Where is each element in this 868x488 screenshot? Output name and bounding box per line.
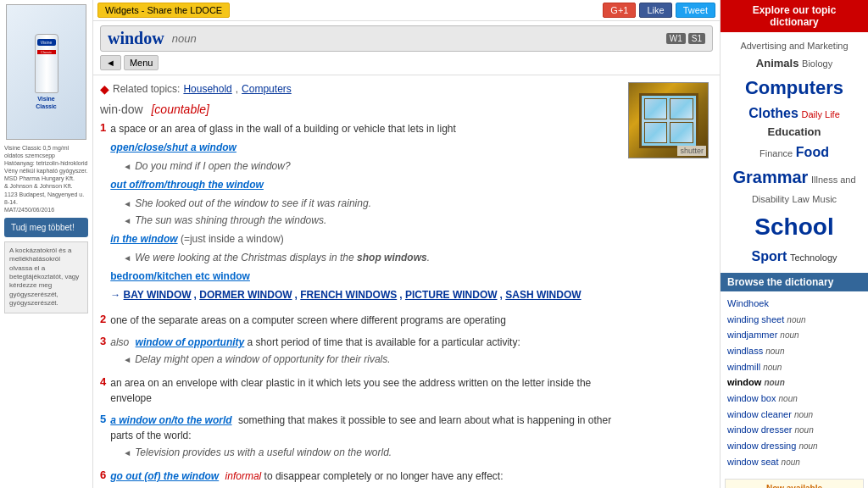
tweet-button[interactable]: Tweet [676,3,715,18]
tudj-meg-button[interactable]: Tudj meg többet! [4,218,88,237]
topic-clothes[interactable]: Clothes [748,106,798,120]
nav-buttons: ◄ Menu [100,55,713,70]
phrase-window-of-opportunity[interactable]: window of opportunity [136,336,245,348]
audio-icon-5[interactable]: ◄ [123,448,131,458]
comma: , [236,83,238,95]
link-sash-window[interactable]: SASH WINDOW [505,289,581,301]
menu-button[interactable]: Menu [124,55,159,70]
entry-image: shutter [628,82,713,488]
pos-badges: W1 S1 [666,33,705,44]
window-pane-tl [644,98,668,119]
topic-illness[interactable]: Illness and [811,175,856,185]
browse-windjammer[interactable]: windjammer noun [727,327,861,343]
sense-1: 1 a space or an area of glass in the wal… [100,121,620,306]
sense-num-5: 5 [100,413,106,462]
ad-disclaimer: A kockázatokról és a mellékhatásokról ol… [4,241,88,313]
phrase-bedroom-kitchen[interactable]: bedroom/kitchen etc window [110,270,250,282]
browse-window-box[interactable]: window box noun [727,391,861,407]
sense-content-3: also window of opportunity a short perio… [110,335,620,369]
browse-windlass[interactable]: windlass noun [727,343,861,359]
browse-winding-sheet[interactable]: winding sheet noun [727,312,861,328]
browse-list: Windhoek winding sheet noun windjammer n… [721,291,868,474]
topic-disability[interactable]: Disability [752,194,789,204]
audio-icon-3[interactable]: ◄ [123,355,131,364]
topic-food[interactable]: Food [796,145,829,159]
phrase-go-out-window[interactable]: go out (of) the window [110,470,219,482]
browse-windmill[interactable]: windmill noun [727,359,861,375]
window-illustration: shutter [628,82,709,158]
window-pane-bl [644,122,668,143]
word-bar: window noun W1 S1 [100,25,713,52]
phrase-block-1: open/close/shut a window [110,140,620,155]
topic-advertising[interactable]: Advertising and Marketing [740,41,848,51]
word-pos: noun [172,32,197,45]
topic-education[interactable]: Education [768,125,821,138]
explore-header: Explore our topic dictionary [721,0,868,32]
sense-num-2: 2 [100,313,106,328]
browse-window-dressing[interactable]: window dressing noun [727,438,861,454]
topic-computers-link[interactable]: Computers [242,83,292,95]
phrase-out-of[interactable]: out of/from/through the window [110,179,264,191]
phrase-block-3: in the window (=just inside a window) [110,231,620,247]
dictionary-header: window noun W1 S1 ◄ Menu [93,21,720,75]
link-french-windows[interactable]: FRENCH WINDOWS [300,289,397,301]
topic-law[interactable]: Law [793,194,810,204]
example-5: ◄Television provides us with a useful wi… [123,445,620,460]
audio-icon-1a[interactable]: ◄ [123,162,131,171]
sense-num-4: 4 [100,375,106,406]
sense-content-4: an area on an envelope with clear plasti… [110,375,620,406]
word-title: window [108,29,164,48]
example-1b: ◄She looked out of the window to see if … [123,196,620,211]
window-panes [639,93,698,148]
example-3: ◄Delay might open a window of opportunit… [123,352,620,367]
phrase-in-the-window[interactable]: in the window [110,233,177,245]
browse-window-dresser[interactable]: window dresser noun [727,422,861,438]
link-bay-window[interactable]: BAY WINDOW [124,289,192,301]
sense-num-1: 1 [100,121,106,306]
browse-header: Browse the dictionary [721,273,868,291]
word-heading: win·dow [countable] [100,103,620,116]
topic-biology[interactable]: Biology [802,58,832,69]
browse-window[interactable]: window noun [727,374,861,391]
window-pane-br [670,122,693,143]
link-picture-window[interactable]: PICTURE WINDOW [405,289,498,301]
browse-window-cleaner[interactable]: window cleaner noun [727,407,861,423]
audio-icon-1b[interactable]: ◄ [123,199,131,208]
topic-finance[interactable]: Finance [760,148,793,158]
entry-area: ◆ Related topics: Household , Computers … [93,75,720,488]
facebook-like-button[interactable]: Like [639,3,671,18]
left-sidebar: Visine Classic VisineClassic Visine Clas… [0,0,93,488]
book-ad: Now available LONGMAN 5 Dictionary of Co… [725,479,864,488]
audio-icon-1c[interactable]: ◄ [123,216,131,225]
link-dormer-window[interactable]: DORMER WINDOW [199,289,292,301]
browse-windhoek[interactable]: Windhoek [727,296,861,312]
topic-animals[interactable]: Animals [756,57,799,69]
sense-3: 3 also window of opportunity a short per… [100,335,620,369]
phrase-open-close[interactable]: open/close/shut a window [110,141,236,153]
shutter-label: shutter [677,146,706,156]
sense-content-2: one of the separate areas on a computer … [110,313,620,328]
back-button[interactable]: ◄ [100,55,121,70]
sense-content-1: a space or an area of glass in the wall … [110,121,620,306]
topic-computers[interactable]: Computers [745,77,843,98]
widgets-top-button[interactable]: Widgets - Share the LDOCE [97,3,230,18]
pos-badge-s1: S1 [688,33,705,44]
phrase-window-on-world[interactable]: a window on/to the world [110,414,231,426]
topic-grammar[interactable]: Grammar [732,168,808,186]
gplus-button[interactable]: G+1 [603,3,636,18]
main-content: Widgets - Share the LDOCE G+1 Like Tweet… [93,0,720,488]
topic-household-link[interactable]: Household [183,83,231,95]
topic-technology[interactable]: Technology [790,252,837,263]
topic-music[interactable]: Music [812,194,837,204]
now-available-label: Now available [730,484,859,488]
word-syllables: win·dow [100,103,143,116]
topic-sport[interactable]: Sport [751,249,787,263]
topic-school[interactable]: School [754,214,833,240]
entry-main: ◆ Related topics: Household , Computers … [100,82,620,488]
browse-window-seat[interactable]: window seat noun [727,454,861,470]
topic-daily-life[interactable]: Daily Life [802,109,840,119]
top-bar: Widgets - Share the LDOCE G+1 Like Tweet [93,0,720,21]
word-tag: [countable] [151,103,209,116]
audio-icon-1d[interactable]: ◄ [123,253,131,263]
sense-5: 5 a window on/to the world something tha… [100,413,620,462]
